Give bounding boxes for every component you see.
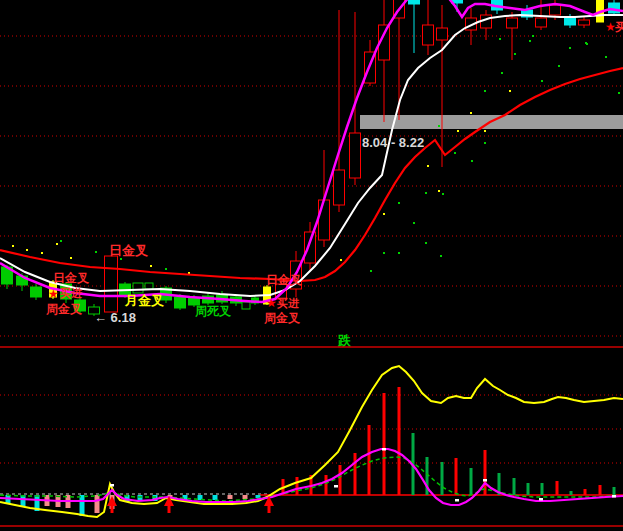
candle <box>550 5 561 15</box>
indicator-dot-yellow <box>26 249 28 251</box>
indicator-dot-green <box>454 152 456 154</box>
histogram-bar-up <box>584 489 587 495</box>
annotation-text: 8.04 - 8.22 <box>362 135 424 150</box>
candle <box>145 283 153 289</box>
indicator-dot-yellow <box>340 259 342 261</box>
indicator-dot-green <box>558 65 560 67</box>
indicator-dot-yellow <box>41 252 43 254</box>
candle <box>242 302 250 309</box>
histogram-bar-up <box>570 491 573 495</box>
indicator-dot-green <box>425 242 427 244</box>
histogram-bar-up <box>325 475 328 495</box>
annotation-text: 月金叉 <box>124 293 164 308</box>
candle <box>175 297 186 308</box>
annotation-text: 日金叉 <box>109 243 148 258</box>
histogram-bar-up <box>484 450 487 495</box>
annotation-text: 周金叉 <box>263 311 300 325</box>
indicator-dot-white <box>483 479 487 482</box>
stock-chart-canvas: 日金叉日金叉买进周金叉月金叉周死叉日金叉买进周金叉← 6.188.04 - 8.… <box>0 0 623 531</box>
annotation-text: 买进 <box>615 20 623 34</box>
indicator-dot-green <box>120 258 122 260</box>
indicator-dot-green <box>398 252 400 254</box>
annotation-text: 买进 <box>276 297 299 309</box>
candle <box>31 287 42 297</box>
indicator-dot-green <box>438 125 440 127</box>
indicator-dot-green <box>514 53 516 55</box>
indicator-dot-white <box>455 499 459 502</box>
indicator-dot-green <box>484 142 486 144</box>
histogram-bar-up <box>368 425 371 495</box>
histogram-bar-up <box>383 393 386 495</box>
candle <box>409 0 420 4</box>
indicator-dot-yellow <box>427 165 429 167</box>
indicator-dot-green <box>383 252 385 254</box>
annotation-text: 日金叉 <box>53 271 89 285</box>
indicator-dot-white <box>110 484 114 487</box>
histogram-bar-up <box>513 478 516 495</box>
indicator-dot-green <box>585 42 587 44</box>
histogram-bar-up <box>541 483 544 495</box>
candle <box>105 256 118 312</box>
indicator-dot-yellow <box>509 90 511 92</box>
annotation-text: 周金叉 <box>45 302 82 316</box>
star-marker-icon: ★ <box>605 20 616 34</box>
annotation-text: 买进 <box>59 287 82 299</box>
histogram-bar-up <box>599 485 602 495</box>
annotation-text: ← 6.18 <box>94 310 136 325</box>
indicator-dot-green <box>484 90 486 92</box>
histogram-bar-up <box>354 453 357 495</box>
indicator-dot-yellow <box>150 265 152 267</box>
indicator-dot-green <box>501 72 503 74</box>
indicator-dot-green <box>618 92 620 94</box>
histogram-bar-down <box>243 495 248 499</box>
candle <box>133 283 143 293</box>
indicator-dot-white <box>334 485 338 488</box>
indicator-dot-green <box>413 222 415 224</box>
histogram-bar-down <box>95 495 100 513</box>
candle <box>334 170 345 205</box>
indicator-dot-yellow <box>383 213 385 215</box>
histogram-bar-up <box>398 387 401 495</box>
indicator-dot-yellow <box>56 243 58 245</box>
candle <box>437 28 448 40</box>
histogram-bar-up <box>556 481 559 495</box>
annotation-text: 日金叉 <box>266 273 302 287</box>
indicator-dot-yellow <box>457 130 459 132</box>
star-marker-icon: ★ <box>48 287 59 301</box>
histogram-bar-up <box>441 462 444 495</box>
indicator-dot-green <box>370 270 372 272</box>
candle <box>305 232 316 263</box>
histogram-bar-up <box>339 465 342 495</box>
histogram-bar-down <box>80 495 85 516</box>
candle <box>507 18 518 28</box>
indicator-dot-green <box>532 35 534 37</box>
star-marker-icon: ★ <box>266 296 277 310</box>
histogram-bar-up <box>613 487 616 495</box>
indicator-dot-green <box>398 202 400 204</box>
histogram-bar-up <box>296 477 299 495</box>
indicator-dot-green <box>440 255 442 257</box>
candle <box>423 25 434 45</box>
indicator-dot-yellow <box>438 190 440 192</box>
indicator-dot-green <box>499 38 501 40</box>
indicator-dot-yellow <box>70 257 72 259</box>
indicator-dot-white <box>382 448 386 451</box>
indicator-dot-green <box>541 80 543 82</box>
indicator-dot-green <box>95 251 97 253</box>
candle <box>579 20 590 25</box>
indicator-dot-white <box>539 498 543 501</box>
candle <box>565 18 576 25</box>
candle <box>536 18 547 27</box>
indicator-sub-panel[interactable] <box>0 348 623 531</box>
histogram-bar-up <box>455 458 458 495</box>
indicator-dot-white <box>612 495 616 498</box>
indicator-dot-green <box>569 47 571 49</box>
indicator-dot-green <box>605 56 607 58</box>
indicator-dot-green <box>471 160 473 162</box>
indicator-dot-yellow <box>12 245 14 247</box>
indicator-dot-green <box>529 40 531 42</box>
histogram-bar-down <box>228 495 233 499</box>
candle <box>319 200 330 240</box>
indicator-dot-green <box>165 268 167 270</box>
histogram-bar-up <box>527 483 530 495</box>
